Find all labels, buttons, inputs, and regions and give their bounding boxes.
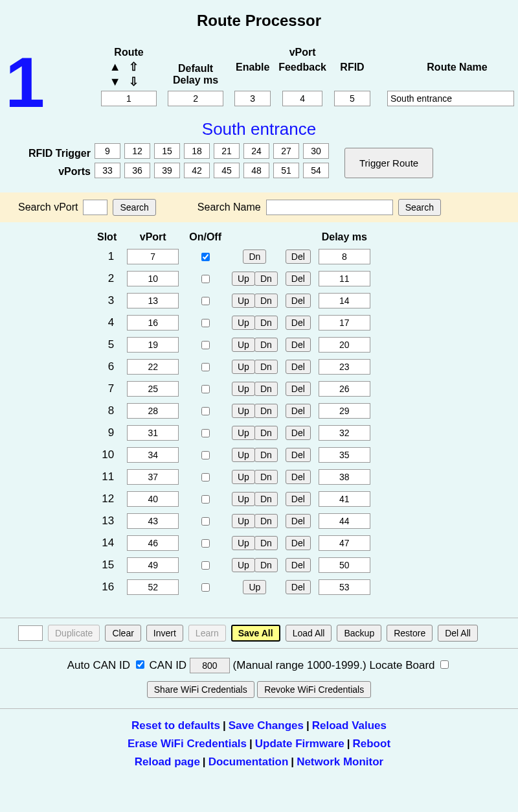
route-number-input[interactable] — [101, 91, 157, 106]
slot-up-button[interactable]: Up — [232, 382, 255, 396]
can-id-input[interactable] — [190, 658, 230, 673]
slot-up-button[interactable]: Up — [232, 492, 255, 506]
slot-dn-button[interactable]: Dn — [254, 294, 278, 308]
route-down-outline-icon[interactable]: ⇩ — [126, 76, 141, 87]
footer-link[interactable]: Reload page — [135, 756, 200, 768]
slot-vport-input[interactable] — [127, 469, 179, 485]
slot-dn-button[interactable]: Dn — [254, 360, 278, 374]
slot-onoff-checkbox[interactable] — [201, 253, 210, 261]
load-all-button[interactable]: Load All — [286, 625, 332, 642]
search-vport-button[interactable]: Search — [113, 199, 155, 216]
slot-up-button[interactable]: Up — [232, 338, 255, 352]
slot-del-button[interactable]: Del — [286, 558, 311, 572]
slot-dn-button[interactable]: Dn — [254, 338, 278, 352]
slot-dn-button[interactable]: Dn — [254, 404, 278, 418]
locate-board-checkbox[interactable] — [440, 660, 449, 669]
duplicate-button[interactable]: Duplicate — [48, 625, 100, 642]
slot-onoff-checkbox[interactable] — [201, 583, 210, 592]
slot-up-button[interactable]: Up — [232, 470, 255, 484]
rfid-trigger-input-3[interactable] — [184, 143, 210, 159]
slot-vport-input[interactable] — [127, 381, 179, 397]
trigger-vport-input-7[interactable] — [303, 163, 329, 178]
slot-delay-input[interactable] — [319, 337, 370, 353]
backup-button[interactable]: Backup — [337, 625, 381, 642]
slot-dn-button[interactable]: Dn — [254, 382, 278, 396]
slot-vport-input[interactable] — [127, 425, 179, 441]
trigger-vport-input-2[interactable] — [154, 163, 180, 178]
slot-up-button[interactable]: Up — [232, 360, 255, 374]
revoke-wifi-button[interactable]: Revoke WiFi Credentials — [257, 681, 371, 698]
slot-delay-input[interactable] — [319, 359, 370, 375]
slot-del-button[interactable]: Del — [286, 382, 311, 396]
restore-button[interactable]: Restore — [387, 625, 433, 642]
slot-del-button[interactable]: Del — [286, 404, 311, 418]
slot-dn-button[interactable]: Dn — [254, 316, 278, 330]
slot-delay-input[interactable] — [319, 469, 370, 485]
slot-delay-input[interactable] — [319, 513, 370, 529]
trigger-route-button[interactable]: Trigger Route — [344, 148, 433, 178]
search-name-input[interactable] — [266, 200, 393, 215]
slot-vport-input[interactable] — [127, 359, 179, 375]
slot-up-button[interactable]: Up — [232, 294, 255, 308]
footer-link[interactable]: Update Firmware — [255, 737, 344, 750]
slot-onoff-checkbox[interactable] — [201, 451, 210, 459]
trigger-vport-input-0[interactable] — [95, 163, 120, 178]
trigger-vport-input-1[interactable] — [124, 163, 150, 178]
rfid-trigger-input-2[interactable] — [154, 143, 180, 159]
slot-dn-button[interactable]: Dn — [254, 492, 278, 506]
rfid-trigger-input-4[interactable] — [214, 143, 240, 159]
enable-vport-input[interactable] — [234, 91, 271, 106]
save-all-button[interactable]: Save All — [231, 625, 280, 642]
slot-up-button[interactable]: Up — [232, 536, 255, 550]
slot-del-button[interactable]: Del — [286, 492, 311, 506]
slot-vport-input[interactable] — [127, 557, 179, 573]
slot-dn-button[interactable]: Dn — [254, 558, 278, 572]
slot-onoff-checkbox[interactable] — [201, 473, 210, 481]
slot-delay-input[interactable] — [319, 249, 370, 264]
slot-up-button[interactable]: Up — [232, 316, 255, 330]
invert-button[interactable]: Invert — [146, 625, 183, 642]
rfid-trigger-input-6[interactable] — [273, 143, 299, 159]
slot-vport-input[interactable] — [127, 403, 179, 419]
clear-button[interactable]: Clear — [105, 625, 141, 642]
slot-up-button[interactable]: Up — [232, 448, 255, 462]
slot-delay-input[interactable] — [319, 491, 370, 507]
slot-up-button[interactable]: Up — [243, 580, 266, 594]
slot-onoff-checkbox[interactable] — [201, 517, 210, 526]
slot-delay-input[interactable] — [319, 447, 370, 463]
slot-up-button[interactable]: Up — [232, 558, 255, 572]
slot-del-button[interactable]: Del — [286, 448, 311, 462]
duplicate-target-input[interactable] — [18, 625, 43, 641]
slot-del-button[interactable]: Del — [286, 360, 311, 374]
route-up-outline-icon[interactable]: ⇧ — [126, 61, 141, 73]
slot-onoff-checkbox[interactable] — [201, 561, 210, 570]
slot-del-button[interactable]: Del — [286, 338, 311, 352]
trigger-vport-input-3[interactable] — [184, 163, 210, 178]
slot-onoff-checkbox[interactable] — [201, 341, 210, 349]
route-up-filled-icon[interactable]: ▲ — [107, 61, 124, 73]
slot-delay-input[interactable] — [319, 403, 370, 419]
slot-delay-input[interactable] — [319, 293, 370, 308]
footer-link[interactable]: Documentation — [208, 756, 289, 768]
slot-dn-button[interactable]: Dn — [254, 536, 278, 550]
trigger-vport-input-4[interactable] — [214, 163, 240, 178]
rfid-trigger-input-0[interactable] — [95, 143, 120, 159]
slot-delay-input[interactable] — [319, 579, 370, 595]
slot-onoff-checkbox[interactable] — [201, 429, 210, 437]
slot-delay-input[interactable] — [319, 315, 370, 331]
slot-del-button[interactable]: Del — [286, 249, 311, 264]
rfid-trigger-input-7[interactable] — [303, 143, 329, 159]
footer-link[interactable]: Save Changes — [229, 719, 304, 732]
route-name-input[interactable] — [387, 91, 514, 106]
slot-onoff-checkbox[interactable] — [201, 385, 210, 393]
slot-vport-input[interactable] — [127, 447, 179, 463]
trigger-vport-input-5[interactable] — [243, 163, 269, 178]
slot-dn-button[interactable]: Dn — [243, 249, 266, 264]
slot-onoff-checkbox[interactable] — [201, 407, 210, 415]
slot-onoff-checkbox[interactable] — [201, 297, 210, 305]
slot-up-button[interactable]: Up — [232, 404, 255, 418]
slot-vport-input[interactable] — [127, 249, 179, 264]
footer-link[interactable]: Erase WiFi Credentials — [128, 737, 247, 750]
slot-delay-input[interactable] — [319, 271, 370, 286]
footer-link[interactable]: Reload Values — [312, 719, 387, 732]
